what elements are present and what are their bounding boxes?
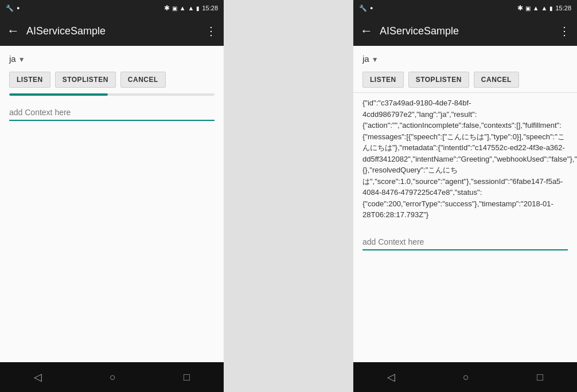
wifi-icon-2: ▲ [533, 5, 539, 11]
stoplisten-button-1[interactable]: STOPLISTEN [55, 72, 116, 88]
language-value-2: ja [362, 54, 369, 64]
battery-icon: ▮ [196, 5, 200, 11]
nav-home-button-2[interactable]: ○ [451, 367, 481, 388]
status-icons-right-2: ✱ ▣ ▲ ▲ ▮ 15:28 [517, 4, 571, 12]
bluetooth-icon-2: ✱ [517, 4, 523, 12]
time-display-2: 15:28 [555, 5, 571, 11]
signal-icon: ▲ [188, 5, 194, 11]
language-dropdown-arrow-1: ▼ [18, 56, 25, 64]
bottom-nav-2: ◁ ○ □ [353, 362, 577, 392]
progress-fill-1 [9, 93, 108, 96]
status-icons-left: 🔧 ● [6, 5, 20, 12]
stoplisten-button-2[interactable]: STOPLISTEN [408, 72, 469, 88]
circle-small-icon: ● [17, 5, 20, 11]
more-menu-button-2[interactable]: ⋮ [559, 24, 570, 38]
cancel-button-2[interactable]: CANCEL [474, 72, 519, 88]
gap-area [224, 0, 353, 392]
context-input-wrapper-1[interactable] [9, 107, 215, 121]
nav-recents-button-2[interactable]: □ [525, 367, 555, 388]
signal-icon-2: ▲ [541, 5, 548, 11]
context-input-wrapper-2[interactable] [362, 237, 568, 250]
status-icons-right: ✱ ▣ ▲ ▲ ▮ 15:28 [164, 4, 218, 12]
progress-bar-1 [9, 93, 215, 96]
listen-button-1[interactable]: LISTEN [9, 72, 50, 88]
app-bar-2: ← AIServiceSample ⋮ [353, 16, 577, 46]
nav-home-button-1[interactable]: ○ [98, 367, 127, 388]
context-input-1[interactable] [9, 108, 215, 117]
main-content-1: ja ▼ LISTEN STOPLISTEN CANCEL [0, 46, 224, 362]
cancel-button-1[interactable]: CANCEL [120, 72, 166, 88]
bottom-nav-1: ◁ ○ □ [0, 362, 224, 392]
back-button-1[interactable]: ← [7, 25, 20, 37]
context-input-2[interactable] [362, 237, 568, 246]
status-bar-2: 🔧 ● ✱ ▣ ▲ ▲ ▮ 15:28 [353, 0, 577, 16]
back-button-2[interactable]: ← [360, 25, 373, 37]
app-title-1: AIServiceSample [26, 25, 198, 37]
language-selector-1[interactable]: ja ▼ [0, 46, 224, 68]
time-display: 15:28 [202, 5, 218, 11]
language-selector-2[interactable]: ja ▼ [353, 46, 577, 68]
result-text-2: {"id":"c37a49ad-9180-4de7-84bf-4cdd98679… [353, 93, 577, 225]
nav-back-button-2[interactable]: ◁ [376, 366, 407, 388]
frame-icon-2: ▣ [525, 5, 531, 11]
bluetooth-icon: ✱ [164, 4, 170, 12]
language-dropdown-arrow-2: ▼ [372, 56, 379, 64]
status-bar-1: 🔧 ● ✱ ▣ ▲ ▲ ▮ 15:28 [0, 0, 224, 16]
app-title-2: AIServiceSample [380, 25, 552, 37]
frame-icon: ▣ [172, 5, 177, 11]
app-bar-1: ← AIServiceSample ⋮ [0, 16, 224, 46]
status-icons-left-2: 🔧 ● [359, 5, 373, 12]
action-buttons-1: LISTEN STOPLISTEN CANCEL [0, 68, 224, 88]
wrench-icon: 🔧 [6, 5, 14, 12]
nav-recents-button-1[interactable]: □ [172, 367, 201, 388]
nav-back-button-1[interactable]: ◁ [22, 366, 53, 388]
main-content-2: ja ▼ LISTEN STOPLISTEN CANCEL {"id":"c37… [353, 46, 577, 362]
circle-small-icon-2: ● [370, 5, 373, 11]
battery-icon-2: ▮ [549, 5, 553, 11]
wifi-icon: ▲ [180, 5, 186, 11]
action-buttons-2: LISTEN STOPLISTEN CANCEL [353, 68, 577, 88]
language-value-1: ja [9, 54, 16, 64]
more-menu-button-1[interactable]: ⋮ [205, 24, 217, 38]
phone-2: 🔧 ● ✱ ▣ ▲ ▲ ▮ 15:28 ← AIServiceSample ⋮ … [353, 0, 577, 392]
phone-1: 🔧 ● ✱ ▣ ▲ ▲ ▮ 15:28 ← AIServiceSample ⋮ … [0, 0, 224, 392]
listen-button-2[interactable]: LISTEN [362, 72, 404, 88]
wrench-icon-2: 🔧 [359, 5, 367, 12]
